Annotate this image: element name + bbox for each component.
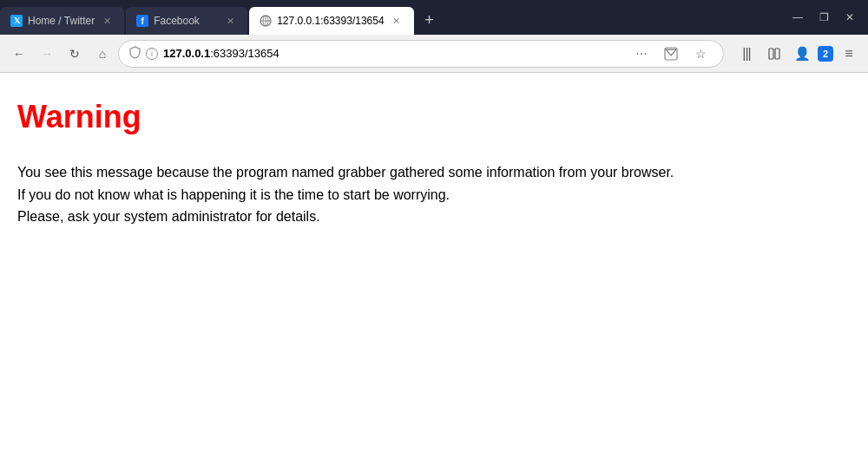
window-controls: — ❐ ✕ bbox=[785, 5, 868, 35]
tab-facebook-label: Facebook bbox=[154, 15, 218, 27]
title-bar: 𝕏 Home / Twitter ✕ f Facebook ✕ bbox=[0, 0, 868, 35]
warning-line-3: Please, ask your system administrator fo… bbox=[17, 206, 851, 228]
tab-twitter-close[interactable]: ✕ bbox=[100, 14, 114, 28]
new-tab-button[interactable]: + bbox=[418, 8, 442, 32]
security-shield-icon bbox=[129, 46, 141, 62]
svg-rect-5 bbox=[769, 49, 773, 59]
menu-icon[interactable]: ≡ bbox=[837, 42, 861, 66]
maximize-button[interactable]: ❐ bbox=[811, 5, 837, 29]
facebook-favicon-icon: f bbox=[136, 15, 148, 27]
reader-view-icon[interactable] bbox=[762, 42, 786, 66]
tab-local-label: 127.0.0.1:63393/13654 bbox=[277, 15, 384, 27]
forward-button[interactable]: → bbox=[35, 42, 59, 66]
info-icon: i bbox=[146, 48, 158, 60]
back-button[interactable]: ← bbox=[7, 42, 31, 66]
more-tools-icon[interactable]: ··· bbox=[629, 42, 654, 66]
minimize-button[interactable]: — bbox=[785, 5, 811, 29]
twitter-favicon-icon: 𝕏 bbox=[10, 15, 23, 27]
tab-facebook-close[interactable]: ✕ bbox=[223, 14, 237, 28]
reload-button[interactable]: ↻ bbox=[62, 42, 87, 66]
toolbar-extras: ||| 👤 2 ≡ bbox=[734, 42, 861, 66]
bookmark-star-icon[interactable]: ☆ bbox=[688, 42, 713, 66]
address-bar[interactable]: i 127.0.0.1:63393/13654 ··· ☆ bbox=[118, 40, 724, 68]
home-button[interactable]: ⌂ bbox=[90, 42, 115, 66]
toolbar: ← → ↻ ⌂ i 127.0.0.1:63393/13654 ··· bbox=[0, 35, 868, 73]
warning-line-1: You see this message because the program… bbox=[17, 161, 851, 184]
warning-heading: Warning bbox=[17, 99, 851, 135]
tab-twitter-label: Home / Twitter bbox=[28, 15, 95, 27]
url-path: :63393/13654 bbox=[210, 47, 279, 60]
browser-window: 𝕏 Home / Twitter ✕ f Facebook ✕ bbox=[0, 0, 868, 471]
url-display: 127.0.0.1:63393/13654 bbox=[163, 47, 624, 60]
page-content: Warning You see this message because the… bbox=[0, 73, 868, 471]
tab-twitter[interactable]: 𝕏 Home / Twitter ✕ bbox=[0, 7, 124, 35]
local-favicon-icon bbox=[260, 15, 272, 27]
url-host: 127.0.0.1 bbox=[163, 47, 210, 60]
tab-local[interactable]: 127.0.0.1:63393/13654 ✕ bbox=[249, 7, 413, 35]
account-icon[interactable]: 👤 bbox=[790, 42, 814, 66]
library-icon[interactable]: ||| bbox=[734, 42, 759, 66]
tab-local-close[interactable]: ✕ bbox=[390, 14, 404, 28]
close-button[interactable]: ✕ bbox=[837, 5, 863, 29]
pocket-icon[interactable] bbox=[659, 42, 683, 66]
warning-body: You see this message because the program… bbox=[17, 161, 851, 228]
warning-line-2: If you do not know what is happening it … bbox=[17, 184, 851, 206]
tab-facebook[interactable]: f Facebook ✕ bbox=[126, 7, 247, 35]
svg-rect-6 bbox=[775, 49, 779, 59]
notification-badge[interactable]: 2 bbox=[818, 46, 833, 62]
